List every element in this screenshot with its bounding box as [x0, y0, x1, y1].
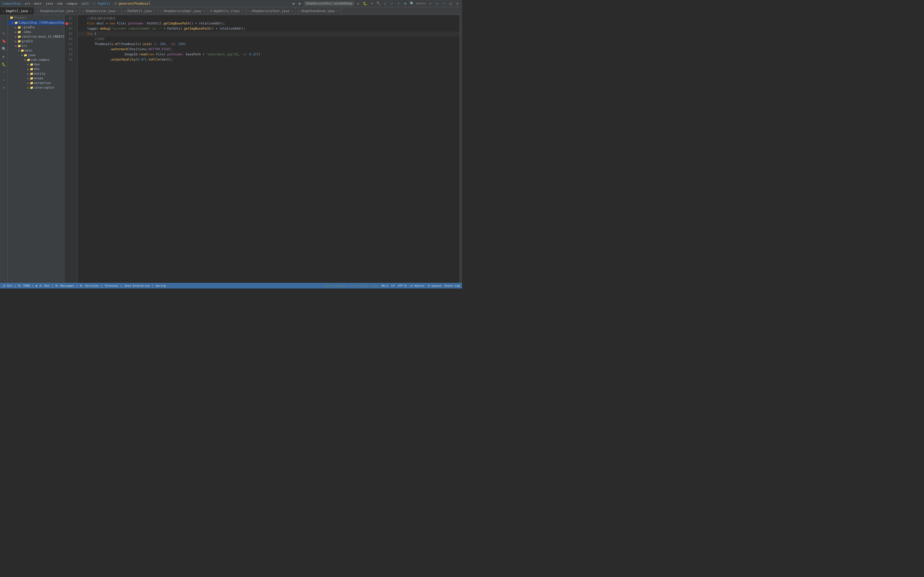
tab-aoputils[interactable]: ⬡ AopUtils.class ✕ — [207, 7, 246, 15]
settings-button[interactable]: ⚙ — [403, 1, 408, 6]
todo-tool[interactable]: ✓ — [1, 69, 7, 75]
run-button[interactable]: ▶ — [356, 1, 361, 6]
tree-item-entity[interactable]: ▶ 📁 entity — [8, 71, 64, 76]
tree-item-gradle2[interactable]: ▶ 📁 gradle — [8, 39, 64, 44]
class-file-icon: ⬡ — [210, 9, 212, 13]
tab-pathutil[interactable]: ☕ PathUtil.java ✕ — [122, 7, 158, 15]
tab-aoputils-close[interactable]: ✕ — [242, 10, 243, 12]
git-commit-button[interactable]: ✓ — [389, 1, 394, 6]
tree-item-java[interactable]: ▼ 📁 java — [8, 53, 64, 58]
tree-item-interceptor[interactable]: ▶ 📁 interceptor — [8, 85, 64, 90]
ln-85: 85 — [65, 31, 74, 37]
problems-tool[interactable]: ⚠ — [1, 77, 7, 82]
tree-item-exception[interactable]: ▶ 📁 exception — [8, 81, 64, 85]
folder-icon-catalina: 📁 — [18, 35, 21, 39]
tree-item-dao[interactable]: ▶ 📁 dao — [8, 62, 64, 67]
tab-shopstateenum-label: ShopStateEnum.java — [301, 9, 334, 13]
tab-shopservicetest-close[interactable]: ✕ — [291, 10, 292, 12]
code-lines[interactable]: //新生成的文件路径 File dest = new File( pathnam… — [78, 15, 459, 288]
tab-shopservice-close[interactable]: ✕ — [117, 10, 119, 12]
expand-arrow-entity: ▶ — [27, 73, 29, 75]
search-everywhere-button[interactable]: 🔍 — [409, 1, 415, 6]
java-enterprise-status-btn[interactable]: Java Enterprise — [124, 284, 150, 287]
project-sidebar: 📁 Project ▼ 📁 CampusShop [SSMCampusShop]… — [8, 15, 65, 288]
git-push-button[interactable]: ↑ — [396, 1, 401, 6]
expand-arrow-gradle2: ▶ — [15, 40, 16, 43]
undo-button[interactable]: ↩ — [428, 1, 433, 6]
tab-imgutil-close[interactable]: ✕ — [30, 10, 31, 12]
build-button[interactable]: 🔨 — [376, 1, 381, 6]
lf-indicator[interactable]: LF — [391, 284, 395, 287]
ln-83[interactable]: 83 — [65, 21, 74, 26]
run-config-label[interactable]: ShopServiceTest.testAddShop — [304, 1, 354, 6]
code-line-86: //水印 — [78, 37, 459, 42]
terminal-status-btn[interactable]: Terminal — [105, 284, 118, 287]
tab-shopstateenum-close[interactable]: ✕ — [337, 10, 338, 12]
tree-label-idea: .idea — [22, 30, 31, 34]
folder-icon-entity: 📁 — [30, 72, 34, 76]
encoding-indicator[interactable]: UTF-8 — [398, 284, 406, 287]
bookmarks-tool[interactable]: 🔖 — [1, 38, 7, 44]
structure-tool[interactable]: ≡ — [1, 31, 7, 36]
editor-area: 82 83 84 85 86 87 88 89 90 //新生成的文件路径 — [65, 15, 462, 288]
todo-label: TODO — [23, 284, 30, 287]
messages-label: Messages — [61, 284, 74, 287]
folder-icon-enums: 📁 — [30, 77, 34, 80]
tab-pathutil-close[interactable]: ✕ — [153, 10, 155, 12]
tree-item-idea[interactable]: ▶ 📁 .idea — [8, 30, 64, 34]
git-update-button[interactable]: ↓ — [383, 1, 388, 6]
tab-imgutil[interactable]: ☕ ImgUtil.java ✕ — [0, 7, 34, 15]
git-label: Git — [7, 284, 12, 287]
tab-shopexecution-close[interactable]: ✕ — [76, 10, 77, 12]
folder-icon-src: 📁 — [18, 44, 21, 48]
ln-90: 90 — [65, 57, 74, 62]
indent-indicator[interactable]: 4 spaces — [428, 284, 441, 287]
run-with-coverage-button[interactable]: ☂ — [369, 1, 374, 6]
services-status-btn[interactable]: 8: Services — [80, 284, 99, 287]
tab-shopserviceimpl-close[interactable]: ✕ — [203, 10, 204, 12]
scroll-indicator[interactable] — [459, 15, 462, 288]
maximize-button[interactable]: □ — [448, 1, 453, 6]
spring-status-btn[interactable]: Spring — [155, 284, 166, 287]
favorites-tool[interactable]: ★ — [1, 84, 7, 90]
tab-shopserviceimpl[interactable]: ☕ ShopServiceImpl.java ✕ — [158, 7, 207, 15]
breadcrumb-method: ⬡ generateThumbnail — [114, 2, 150, 5]
tests-passed-label: Tests passed: 1 (4 minutes ago) — [325, 284, 378, 287]
expand-arrow-src: ▼ — [15, 45, 16, 47]
tab-shopstateenum[interactable]: ☕ ShopStateEnum.java ✕ — [296, 7, 341, 15]
tab-shopservice[interactable]: ☕ ShopService.java ✕ — [80, 7, 122, 15]
tree-item-dto[interactable]: ▶ 📁 dto — [8, 67, 64, 71]
debug-tool-icon[interactable]: 🐛 — [1, 61, 7, 67]
redo-button[interactable]: ↪ — [435, 1, 440, 6]
close-button[interactable]: ✕ — [455, 1, 460, 6]
tree-item-campusshop[interactable]: ▼ 📁 CampusShop [SSMCampusShop] — [8, 20, 64, 25]
run-tool-icon[interactable]: ▶ — [1, 53, 7, 59]
messages-status-btn[interactable]: 0: Messages — [55, 284, 74, 287]
forward-button[interactable]: ▶ — [297, 1, 302, 6]
tab-shopexecution[interactable]: ☕ ShopExecution.java ✕ — [34, 7, 80, 15]
line-col-indicator[interactable]: 90:1 — [381, 284, 388, 287]
debug-button[interactable]: 🐛 — [362, 1, 368, 6]
tree-item-enums[interactable]: ▶ 📁 enums — [8, 76, 64, 81]
ln-87: 87 — [65, 42, 74, 47]
run-status-btn[interactable]: ▶ 4: Run — [36, 284, 50, 287]
git-status-btn[interactable]: ⎇ Git — [2, 284, 12, 287]
tree-item-src[interactable]: ▼ 📁 src — [8, 44, 64, 48]
tree-item-comcampus[interactable]: ▼ 📁 com.campus — [8, 58, 64, 62]
ln-82: 82 — [65, 16, 74, 21]
todo-status-btn[interactable]: 8: TODO — [18, 284, 30, 287]
tree-item-gradle[interactable]: ▶ 📁 .gradle — [8, 25, 64, 30]
tab-shopservicetest[interactable]: ☕ ShopServiceTest.java ✕ — [246, 7, 296, 15]
expand-arrow-interceptor: ▶ — [27, 86, 29, 89]
branch-indicator[interactable]: ⎇ master — [409, 284, 425, 287]
expand-arrow-java: ▼ — [21, 54, 23, 56]
find-tool[interactable]: 🔍 — [1, 46, 7, 52]
tree-label-java: java — [28, 53, 36, 57]
tree-item-catalina[interactable]: ▶ 📁 catalina.base_IS_UNDEFINED — [8, 34, 64, 39]
tree-item-main[interactable]: ▼ 📁 main — [8, 48, 64, 53]
event-log-btn[interactable]: Event Log — [444, 284, 460, 287]
back-button[interactable]: ◀ — [291, 1, 296, 6]
project-header[interactable]: 📁 Project — [8, 15, 64, 20]
minimize-button[interactable]: ─ — [441, 1, 446, 6]
folder-icon-main: 📁 — [21, 49, 24, 52]
